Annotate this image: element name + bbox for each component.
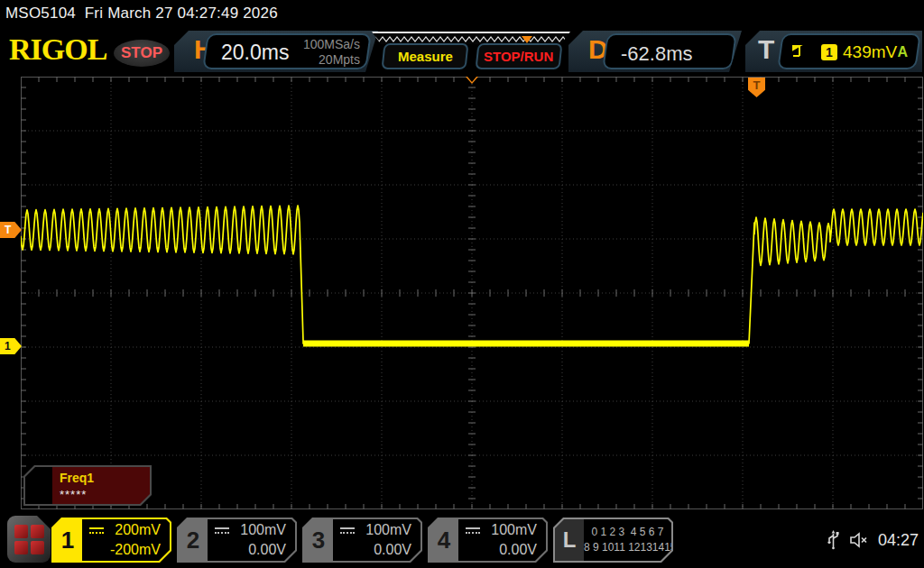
measurement-label: Freq1 [60, 471, 94, 485]
logic-analyzer-button[interactable]: L 0 1 2 3 4 5 6 78 9 1011 12131415 [553, 518, 673, 563]
run-state-badge[interactable]: STOP [114, 40, 170, 67]
overview-trigger-marker-icon[interactable] [522, 36, 532, 43]
logic-analyzer-label: L [555, 519, 584, 561]
memory-depth: 20Mpts [303, 52, 360, 68]
acquisition-info: 100MSa/s 20Mpts [303, 37, 360, 68]
stop-run-button[interactable]: STOP/RUN [475, 43, 562, 69]
trigger-level-value: 439mV [843, 42, 897, 62]
channel-2-number: 2 [177, 518, 209, 563]
trigger-settings-box[interactable]: T 1 439mV A [745, 31, 922, 72]
sound-muted-icon [849, 532, 869, 548]
channel-1-number: 1 [51, 518, 84, 563]
timebase-box[interactable]: 20.0ms 100MSa/s 20Mpts [202, 33, 372, 69]
channel-2-scale: 100mV [240, 522, 286, 538]
channel-3-number: 3 [302, 518, 335, 563]
logic-channels-row1: 0 1 2 3 4 5 6 7 [591, 526, 663, 538]
trigger-label: T [758, 34, 774, 65]
oscilloscope-screen: MSO5104 Fri March 27 04:27:49 2026 RIGOL… [0, 0, 924, 568]
channel-4-number: 4 [428, 518, 460, 563]
timebase-value: 20.0ms [221, 41, 289, 65]
channel-4-offset: 0.00V [499, 542, 537, 558]
channel-2-offset: 0.00V [248, 542, 286, 558]
rigol-logo: RIGOL [9, 32, 106, 67]
channel-1-scale: 200mV [115, 522, 161, 538]
delay-value: -62.8ms [621, 42, 692, 66]
channel-1-button[interactable]: 1 200mV -200mV [51, 518, 171, 563]
channel-4-button[interactable]: 4 100mV 0.00V [428, 518, 548, 563]
window-title: MSO5104 Fri March 27 04:27:49 2026 [5, 5, 278, 23]
trigger-box[interactable]: 1 439mV A [777, 33, 921, 69]
channel-1-offset: -200mV [110, 542, 161, 558]
clock: 04:27 [878, 531, 919, 550]
usb-icon [827, 530, 840, 550]
channel-2-button[interactable]: 2 100mV 0.00V [177, 518, 297, 563]
dc-coupling-icon [340, 527, 355, 534]
channel-3-scale: 100mV [365, 522, 411, 538]
channel-3-offset: 0.00V [374, 542, 411, 558]
trigger-source-badge: 1 [821, 44, 837, 60]
delay-box[interactable]: -62.8ms [602, 33, 737, 69]
trigger-level-marker[interactable]: T [0, 222, 22, 238]
delay-settings-box[interactable]: D -62.8ms [568, 31, 742, 72]
waveform-overview-bar[interactable] [372, 32, 570, 44]
trigger-slope-icon [792, 43, 808, 58]
logic-channels-row2: 8 9 1011 12131415 [584, 541, 677, 554]
status-area: 04:27 [827, 530, 919, 550]
channel1-zero-marker[interactable]: 1 [0, 338, 22, 354]
waveform-display[interactable] [21, 77, 923, 509]
channel-4-scale: 100mV [491, 522, 537, 538]
dc-coupling-icon [215, 527, 229, 534]
measurement-box-freq1[interactable]: Freq1 ***** [23, 465, 152, 506]
measurement-value: ***** [60, 488, 87, 501]
trigger-mode: A [897, 44, 908, 60]
dc-coupling-icon [89, 527, 104, 534]
menu-grid-icon [14, 525, 28, 538]
channel-3-button[interactable]: 3 100mV 0.00V [302, 518, 422, 563]
menu-grid-button[interactable] [7, 516, 51, 563]
horizontal-reference-marker-icon [466, 77, 478, 84]
measure-button[interactable]: Measure [381, 43, 468, 69]
sample-rate: 100MSa/s [303, 37, 360, 52]
horizontal-settings-box[interactable]: H 20.0ms 100MSa/s 20Mpts [174, 31, 378, 72]
dc-coupling-icon [466, 527, 480, 534]
